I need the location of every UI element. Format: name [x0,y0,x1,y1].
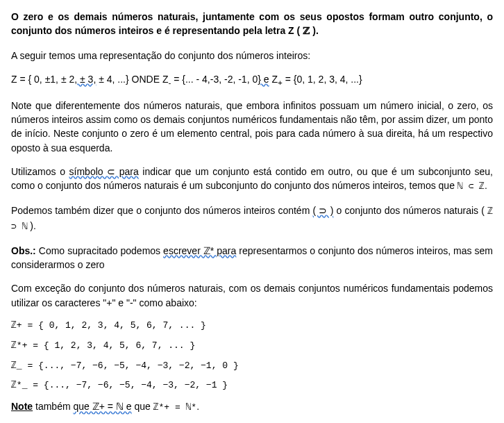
paragraph-4: Note que diferentemente dos números natu… [11,99,493,155]
text: ± 4, ...} ONDE Z [96,74,168,85]
subscript: + [278,78,283,87]
label-note: Note [11,401,33,412]
text: Utilizamos o [11,166,69,177]
text: ). [310,25,318,36]
paragraph-5: Utilizamos o símbolo ⊂ para indicar que … [11,165,493,194]
paragraph-6: Podemos também dizer que o conjunto dos … [11,204,493,234]
text: = {... - 4,-3, -2, -1, 0 [171,74,258,85]
text: Podemos também dizer que o conjunto dos … [11,205,313,216]
paragraph-obs: Obs.: Como supracitado podemos escrever … [11,244,493,272]
math-expression: ℕ ⊂ ℤ [457,181,485,192]
text: Como supracitado podemos [36,245,163,256]
text: Z [269,74,278,85]
text: O zero e os demais números naturais, jun… [11,11,493,36]
symbol-z: ℤ [303,26,310,36]
equation-z-minus: ℤ_ = {..., −7, −6, −5, −4, −3, −2, −1, 0… [11,360,493,373]
paragraph-8: Com exceção do conjunto dos números natu… [11,281,493,310]
paragraph-2: A seguir temos uma representação do conj… [11,49,493,63]
paragraph-set-definition: Z = { 0, ±1, ± 2, ± 3, ± 4, ...} ONDE Z-… [11,72,493,89]
squiggle-text: ( ⊃ ) [313,205,334,216]
text: Z = { 0, ±1, ± 2 [11,74,74,85]
squiggle-text: símbolo ⊂ para [69,166,139,177]
text: ). [27,220,35,231]
math-expression: ℤ*+ = ℕ* [153,402,196,413]
text: também [33,401,73,412]
text: que [132,401,153,412]
paragraph-note-final: Note também que ℤ+ = ℕ e que ℤ*+ = ℕ*. [11,399,493,415]
equation-z-star-plus: ℤ*+ = { 1, 2, 3, 4, 5, 6, 7, ... } [11,340,493,353]
equation-z-star-minus: ℤ*_ = {..., −7, −6, −5, −4, −3, −2, −1 } [11,379,493,392]
paragraph-intro-bold: O zero e os demais números naturais, jun… [11,10,493,39]
text: . [196,401,199,412]
text: = {0, 1, 2, 3, 4, ...} [283,74,362,85]
squiggle-text: escrever ℤ* para [163,245,236,256]
squiggle-text: , ± 3, [74,74,96,85]
squiggle-text: que ℤ+ = ℕ e [73,401,131,412]
squiggle-text: } e [258,74,269,85]
text: o conjunto dos números naturais ( [333,205,487,216]
label-obs: Obs.: [11,245,36,256]
equation-z-plus: ℤ+ = { 0, 1, 2, 3, 4, 5, 6, 7, ... } [11,320,493,333]
text: . [485,180,487,191]
